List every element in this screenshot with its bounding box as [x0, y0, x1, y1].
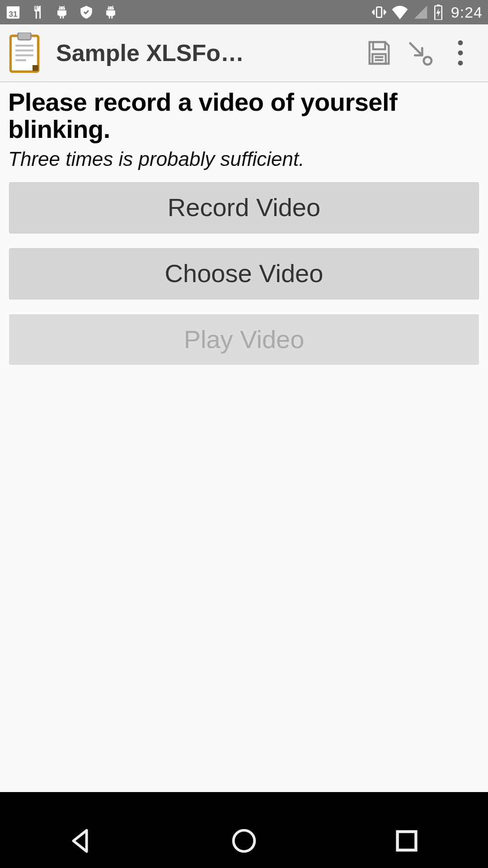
battery-charging-icon — [433, 5, 444, 20]
status-bar: 31 — [0, 0, 488, 24]
android-icon — [54, 5, 70, 20]
nav-recent-icon[interactable] — [391, 825, 422, 857]
calendar-icon: 31 — [5, 5, 21, 20]
choose-video-button[interactable]: Choose Video — [9, 248, 479, 299]
question-title: Please record a video of yourself blinki… — [8, 89, 480, 143]
nav-back-icon[interactable] — [66, 825, 97, 857]
system-nav-bar — [0, 792, 488, 868]
svg-point-18 — [458, 40, 463, 45]
button-column: Record Video Choose Video Play Video — [0, 170, 488, 365]
status-clock: 9:24 — [451, 4, 483, 21]
nav-home-icon[interactable] — [228, 825, 260, 857]
svg-point-19 — [458, 51, 463, 56]
record-video-button[interactable]: Record Video — [9, 182, 479, 233]
fork-knife-icon — [30, 5, 45, 20]
svg-rect-12 — [33, 65, 38, 71]
android-icon-2 — [103, 5, 118, 20]
play-video-button: Play Video — [9, 314, 479, 365]
app-bar: Sample XLSFo… — [0, 24, 488, 82]
svg-rect-5 — [437, 5, 440, 6]
svg-point-21 — [234, 830, 255, 852]
status-right: 9:24 — [371, 4, 483, 21]
svg-rect-1 — [7, 6, 19, 9]
svg-rect-22 — [398, 832, 416, 850]
svg-rect-14 — [372, 54, 385, 64]
wifi-icon — [391, 5, 408, 20]
app-title: Sample XLSFo… — [56, 39, 359, 66]
goto-icon[interactable] — [399, 38, 440, 67]
more-vert-icon[interactable] — [440, 38, 481, 67]
question-hint: Three times is probably sufficient. — [8, 148, 480, 170]
cell-signal-icon — [413, 5, 428, 20]
save-icon[interactable] — [359, 38, 399, 67]
svg-rect-3 — [376, 7, 381, 18]
svg-rect-13 — [373, 42, 385, 49]
svg-text:31: 31 — [9, 10, 18, 19]
svg-point-17 — [424, 57, 432, 65]
svg-rect-7 — [18, 33, 31, 40]
clipboard-icon[interactable] — [7, 33, 42, 73]
status-left: 31 — [5, 5, 118, 20]
svg-point-20 — [458, 61, 463, 66]
form-content: Please record a video of yourself blinki… — [0, 82, 488, 170]
play-badge-icon — [79, 5, 94, 20]
vibrate-icon — [371, 5, 387, 20]
